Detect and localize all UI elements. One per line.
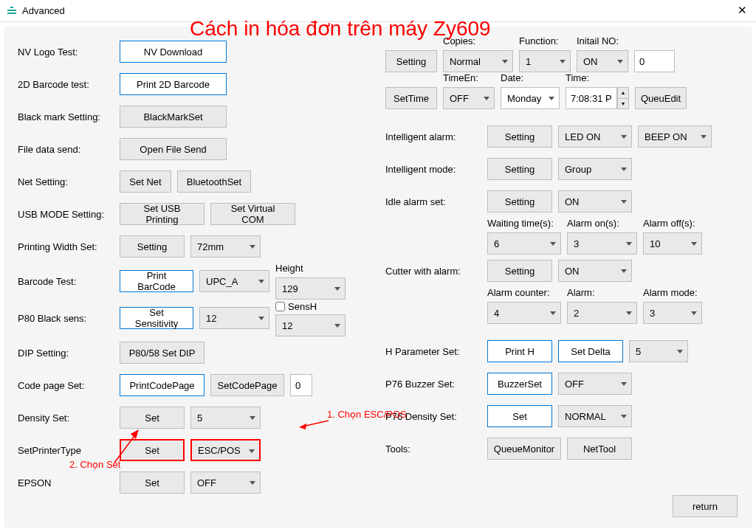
init-select[interactable]: ON <box>577 50 628 72</box>
time-spinner[interactable]: ▲▼ <box>617 87 629 109</box>
wait-select[interactable]: 6 <box>487 232 561 255</box>
ptype-label: SetPrinterType <box>18 445 114 456</box>
p76d-set-button[interactable]: Set <box>487 405 552 427</box>
usb-label: USB MODE Setting: <box>18 209 114 220</box>
hparam-label: H Parameter Set: <box>385 346 481 357</box>
setting-button[interactable]: Setting <box>385 50 437 72</box>
nv-download-button[interactable]: NV Download <box>120 41 227 63</box>
imode-setting-button[interactable]: Setting <box>487 158 552 180</box>
imode-label: Intelligent mode: <box>385 164 481 175</box>
function-select[interactable]: 1 <box>519 50 571 72</box>
title-bar: Advanced ✕ <box>0 0 756 22</box>
set-virtual-com-button[interactable]: Set Virtual COM <box>210 203 295 225</box>
net-label: Net Setting: <box>18 176 114 187</box>
timeen-label: TimeEn: <box>443 72 495 86</box>
imode-select[interactable]: Group <box>558 158 632 180</box>
ialarm-beep-select[interactable]: BEEP ON <box>638 125 712 148</box>
alarmon-select[interactable]: 3 <box>567 232 637 255</box>
right-panel: Setting Copies:Normal Function:1 Initail… <box>378 27 752 528</box>
set-net-button[interactable]: Set Net <box>120 170 171 193</box>
alarmmode-select[interactable]: 3 <box>643 302 702 324</box>
density-select[interactable]: 5 <box>190 407 261 429</box>
idle-select[interactable]: ON <box>558 190 632 213</box>
time-label: Time: <box>566 72 629 86</box>
function-label: Function: <box>519 35 571 49</box>
filedata-label: File data send: <box>18 144 114 155</box>
blackmark-label: Black mark Setting: <box>18 111 114 122</box>
p76b-select[interactable]: OFF <box>558 373 632 395</box>
set-codepage-button[interactable]: SetCodePage <box>210 374 284 396</box>
cutter-setting-button[interactable]: Setting <box>487 260 552 282</box>
p80-label: P80 Black sens: <box>18 313 114 324</box>
settime-button[interactable]: SetTime <box>385 87 437 109</box>
queuemonitor-button[interactable]: QueueMonitor <box>487 438 561 460</box>
print-codepage-button[interactable]: PrintCodePage <box>120 374 205 396</box>
init-label: Initail NO: <box>577 35 628 49</box>
ialarm-setting-button[interactable]: Setting <box>487 125 552 148</box>
left-panel: NV Logo Test:NV Download 2D Barcode test… <box>4 27 378 528</box>
print-2d-barcode-button[interactable]: Print 2D Barcode <box>120 73 227 95</box>
blackmarkset-button[interactable]: BlackMarkSet <box>120 106 227 128</box>
height-label: Height <box>275 263 346 276</box>
idle-setting-button[interactable]: Setting <box>487 190 552 213</box>
alarm-select[interactable]: 2 <box>567 302 637 324</box>
p76b-label: P76 Buzzer Set: <box>385 379 481 390</box>
alarmcnt-label: Alarm counter: <box>487 287 561 300</box>
date-label: Date: <box>501 72 560 86</box>
barcode2d-label: 2D Barcode test: <box>18 79 114 90</box>
height-select[interactable]: 129 <box>275 277 346 300</box>
wait-label: Waiting time(s): <box>487 218 561 231</box>
ptype-set-button[interactable]: Set <box>120 439 185 461</box>
open-file-send-button[interactable]: Open File Send <box>120 138 227 160</box>
alarmoff-select[interactable]: 10 <box>643 232 702 255</box>
set-usb-printing-button[interactable]: Set USB Printing <box>120 203 205 225</box>
queueedit-button[interactable]: QueuEdit <box>635 87 687 109</box>
sensh-checkbox[interactable]: SensH <box>275 300 346 313</box>
dip-button[interactable]: P80/58 Set DIP <box>120 342 205 364</box>
pwidth-setting-button[interactable]: Setting <box>120 235 185 258</box>
copies-select[interactable]: Normal <box>443 50 513 72</box>
codepage-label: Code page Set: <box>18 380 114 391</box>
bctest-select[interactable]: UPC_A <box>199 270 269 292</box>
print-h-button[interactable]: Print H <box>487 340 552 362</box>
tools-label: Tools: <box>385 443 481 455</box>
bluetooth-set-button[interactable]: BluetoothSet <box>177 170 251 193</box>
pwidth-select[interactable]: 72mm <box>190 235 261 258</box>
set-sensitivity-button[interactable]: Set Sensitivity <box>120 307 193 329</box>
cutter-select[interactable]: ON <box>558 260 632 282</box>
set-delta-button[interactable]: Set Delta <box>558 340 623 362</box>
epson-set-button[interactable]: Set <box>120 471 185 494</box>
svg-rect-1 <box>7 10 16 11</box>
epson-select[interactable]: OFF <box>190 471 261 494</box>
alarmmode-label: Alarm mode: <box>643 287 702 300</box>
ptype-select[interactable]: ESC/POS <box>190 439 261 461</box>
ialarm-led-select[interactable]: LED ON <box>558 125 632 148</box>
epson-label: EPSON <box>18 477 114 488</box>
nettool-button[interactable]: NetTool <box>567 438 632 460</box>
dip-label: DIP Setting: <box>18 348 114 359</box>
alarmcnt-select[interactable]: 4 <box>487 302 561 324</box>
return-button[interactable]: return <box>673 495 738 517</box>
close-icon[interactable]: ✕ <box>738 4 747 17</box>
idle-label: Idle alarm set: <box>385 196 481 207</box>
p80-select[interactable]: 12 <box>199 307 269 329</box>
timeen-select[interactable]: OFF <box>443 87 495 109</box>
p76d-select[interactable]: NORMAL <box>558 405 632 427</box>
ialarm-label: Intelligent alarm: <box>385 131 481 142</box>
p76d-label: P76 Density Set: <box>385 411 481 422</box>
pwidth-label: Printing Width Set: <box>18 241 114 252</box>
density-set-button[interactable]: Set <box>120 407 185 429</box>
codepage-input[interactable] <box>290 374 312 396</box>
hparam-select[interactable]: 5 <box>629 340 688 362</box>
date-select[interactable]: Monday <box>501 87 560 109</box>
cutter-label: Cutter with alarm: <box>385 266 481 277</box>
time-input[interactable] <box>566 87 617 109</box>
buzzerset-button[interactable]: BuzzerSet <box>487 373 552 395</box>
density-label: Density Set: <box>18 412 114 424</box>
window-title: Advanced <box>22 5 65 16</box>
svg-rect-0 <box>10 7 13 8</box>
initial-no-input[interactable] <box>634 50 675 72</box>
nv-logo-label: NV Logo Test: <box>18 46 114 58</box>
print-barcode-button[interactable]: Print BarCode <box>120 270 193 292</box>
sensh-select[interactable]: 12 <box>275 314 346 336</box>
